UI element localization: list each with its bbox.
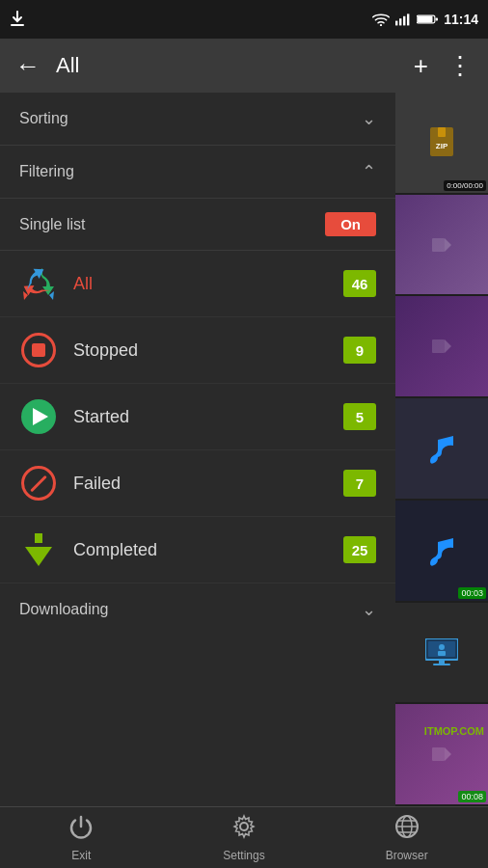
svg-marker-12 — [445, 238, 451, 252]
svg-rect-21 — [432, 747, 445, 761]
svg-rect-20 — [438, 651, 446, 656]
status-time: 11:14 — [444, 12, 478, 27]
main-area: Sorting ⌄ Filtering ⌃ Single list On — [0, 93, 488, 806]
completed-icon — [19, 530, 58, 569]
thumb-time-music2: 00:03 — [458, 587, 486, 599]
svg-rect-1 — [395, 21, 397, 26]
filtering-label: Filtering — [19, 163, 74, 180]
filter-completed-count: 25 — [343, 536, 376, 563]
filter-stopped-count: 9 — [343, 337, 376, 364]
back-button[interactable]: ← — [12, 49, 44, 82]
downloading-header[interactable]: Downloading ⌄ — [0, 583, 395, 636]
filter-item-started[interactable]: Started 5 — [0, 384, 395, 450]
thumb-item-video1 — [395, 195, 488, 297]
nav-settings-label: Settings — [223, 849, 264, 862]
svg-marker-22 — [445, 747, 451, 761]
downloading-chevron-icon: ⌄ — [362, 599, 376, 620]
svg-marker-14 — [445, 339, 451, 353]
watermark: ITMOP.COM — [424, 725, 484, 737]
downloading-label: Downloading — [19, 601, 109, 618]
svg-text:ZIP: ZIP — [436, 142, 448, 150]
toolbar-title: All — [56, 53, 398, 78]
svg-rect-3 — [403, 16, 405, 26]
svg-point-0 — [380, 24, 382, 26]
nav-browser-label: Browser — [386, 849, 428, 862]
nav-settings[interactable]: Settings — [163, 814, 326, 862]
svg-point-23 — [240, 823, 248, 830]
thumb-item-video3: 00:08 ITMOP.COM — [395, 704, 488, 806]
filter-item-failed[interactable]: Failed 7 — [0, 450, 395, 517]
filter-completed-label: Completed — [73, 540, 343, 560]
nav-exit[interactable]: Exit — [0, 814, 163, 862]
thumb-time-video3: 00:08 — [458, 791, 486, 802]
sorting-header[interactable]: Sorting ⌄ — [0, 93, 395, 146]
filter-item-all[interactable]: All 46 — [0, 251, 395, 317]
download-status-icon — [8, 10, 27, 29]
wifi-icon — [372, 13, 390, 26]
svg-rect-11 — [432, 238, 445, 252]
single-list-toggle[interactable]: On — [325, 212, 376, 236]
battery-icon — [417, 14, 438, 25]
started-icon — [19, 397, 58, 436]
svg-rect-13 — [432, 339, 445, 353]
globe-icon — [394, 814, 420, 846]
svg-rect-4 — [407, 14, 409, 25]
svg-rect-7 — [436, 17, 438, 20]
sorting-chevron-icon: ⌄ — [362, 108, 376, 129]
svg-rect-17 — [433, 664, 450, 665]
filter-failed-count: 7 — [343, 470, 376, 497]
signal-icon — [395, 13, 411, 26]
filter-panel: Sorting ⌄ Filtering ⌃ Single list On — [0, 93, 395, 806]
nav-browser[interactable]: Browser — [325, 814, 488, 862]
filtering-header[interactable]: Filtering ⌃ — [0, 146, 395, 199]
failed-icon — [19, 464, 58, 502]
thumb-item-zip: ZIP 0:00/00:00 — [395, 93, 488, 195]
filtering-chevron-icon: ⌃ — [362, 161, 376, 182]
svg-rect-2 — [399, 18, 401, 25]
status-bar: 11:14 — [0, 0, 488, 39]
stopped-icon — [19, 331, 58, 369]
single-list-row: Single list On — [0, 199, 395, 251]
svg-point-19 — [439, 644, 445, 650]
sorting-label: Sorting — [19, 110, 68, 127]
status-bar-left — [8, 10, 27, 29]
filter-failed-label: Failed — [73, 474, 343, 494]
filter-stopped-label: Stopped — [73, 340, 343, 361]
gear-icon — [231, 814, 257, 846]
svg-rect-9 — [438, 127, 446, 137]
svg-rect-16 — [439, 660, 445, 664]
filter-item-completed[interactable]: Completed 25 — [0, 517, 395, 583]
power-icon — [68, 814, 94, 846]
filter-started-label: Started — [73, 407, 343, 427]
filter-all-count: 46 — [343, 270, 376, 297]
nav-exit-label: Exit — [71, 849, 91, 862]
more-menu-button[interactable]: ⋮ — [444, 49, 476, 82]
status-bar-right: 11:14 — [372, 12, 478, 27]
toolbar: ← All + ⋮ — [0, 39, 488, 93]
thumb-item-monitor — [395, 603, 488, 705]
filter-item-stopped[interactable]: Stopped 9 — [0, 317, 395, 384]
single-list-label: Single list — [19, 216, 85, 233]
filter-all-label: All — [73, 274, 343, 294]
thumb-time-zip: 0:00/00:00 — [444, 180, 486, 191]
bottom-nav: Exit Settings Browser — [0, 806, 488, 868]
thumb-item-music2: 00:03 — [395, 501, 488, 603]
filter-started-count: 5 — [343, 403, 376, 430]
thumb-strip: ZIP 0:00/00:00 — [395, 93, 488, 806]
svg-rect-6 — [418, 16, 433, 22]
thumb-item-music1 — [395, 398, 488, 501]
thumb-item-video2 — [395, 296, 488, 398]
add-button[interactable]: + — [410, 49, 432, 82]
all-icon — [19, 264, 58, 303]
